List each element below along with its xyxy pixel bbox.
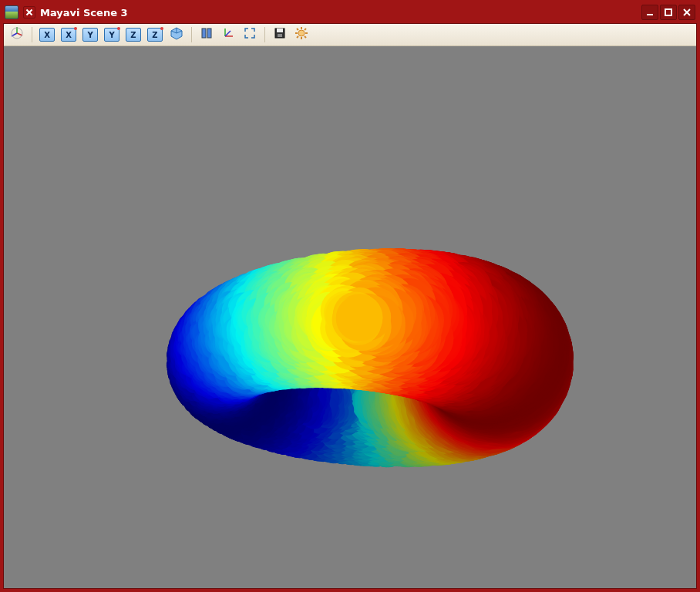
svg-line-27: [305, 29, 306, 30]
tool-save[interactable]: [270, 25, 290, 44]
y-pos-axis-icon: Y: [82, 28, 98, 42]
axes-rotate-icon: [10, 26, 24, 43]
y-neg-axis-icon: Y: [104, 28, 119, 42]
z-pos-axis-icon: Z: [126, 28, 141, 42]
tool-iso[interactable]: [167, 25, 187, 44]
parallel-icon: [200, 26, 214, 43]
isometric-icon: [170, 26, 183, 43]
client-area: XXYYZZ: [3, 23, 697, 589]
tool-parallel[interactable]: [197, 25, 217, 44]
scene-canvas[interactable]: [4, 46, 696, 588]
tool-z_neg[interactable]: Z: [145, 25, 165, 44]
save-icon: [273, 26, 287, 43]
tool-rotate[interactable]: [7, 25, 27, 44]
toolbar-separator: [264, 27, 265, 42]
tool-x_neg[interactable]: X: [59, 25, 79, 44]
window-title: Mayavi Scene 3: [40, 7, 128, 18]
close-button[interactable]: [678, 5, 695, 20]
svg-line-26: [305, 36, 306, 38]
svg-rect-1: [665, 9, 671, 15]
svg-point-20: [298, 30, 305, 36]
toolbar-separator: [191, 27, 192, 42]
svg-rect-12: [202, 29, 206, 38]
minimize-button[interactable]: [641, 5, 658, 20]
svg-line-16: [225, 31, 231, 36]
tool-y_pos[interactable]: Y: [80, 25, 100, 44]
tool-z_pos[interactable]: Z: [123, 25, 143, 44]
titlebar-close-secondary[interactable]: [23, 6, 35, 18]
svg-line-25: [297, 29, 298, 30]
tool-fullscr[interactable]: [240, 25, 260, 44]
svg-rect-19: [278, 34, 282, 37]
gear-icon: [294, 26, 308, 43]
x-neg-axis-icon: X: [61, 28, 76, 42]
svg-rect-13: [207, 29, 211, 38]
app-icon: [5, 5, 19, 19]
tool-axes_ind[interactable]: [218, 25, 238, 44]
tool-y_neg[interactable]: Y: [102, 25, 122, 44]
svg-rect-18: [277, 29, 283, 32]
fullscreen-icon: [243, 26, 257, 43]
x-pos-axis-icon: X: [39, 28, 55, 42]
toolbar: XXYYZZ: [4, 24, 696, 46]
tool-x_pos[interactable]: X: [37, 25, 57, 44]
axes-ind-icon: [221, 26, 235, 43]
maximize-button[interactable]: [660, 5, 677, 20]
z-neg-axis-icon: Z: [147, 28, 163, 42]
scene-viewport[interactable]: [4, 46, 696, 588]
titlebar[interactable]: Mayavi Scene 3: [3, 3, 697, 23]
application-window: Mayavi Scene 3 XXYYZZ: [0, 0, 700, 592]
toolbar-separator: [32, 27, 32, 42]
svg-line-28: [297, 36, 298, 38]
tool-config[interactable]: [291, 25, 311, 44]
svg-line-4: [17, 33, 22, 35]
